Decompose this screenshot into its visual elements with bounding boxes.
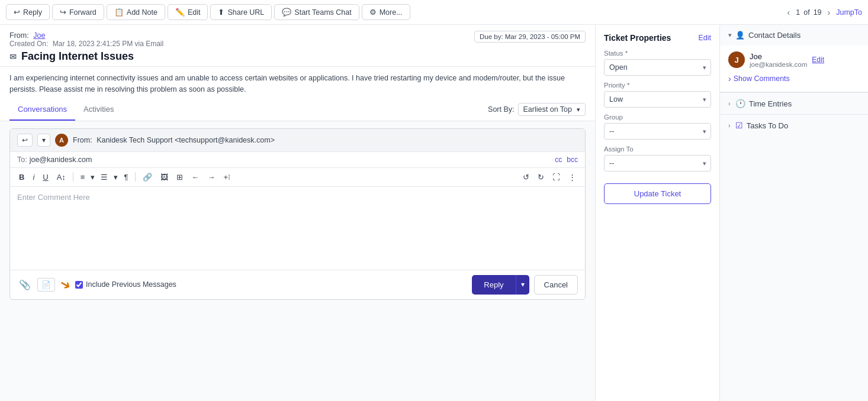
ticket-body-text: I am experiencing internet connectivity … bbox=[9, 74, 565, 93]
more-icon: ⚙ bbox=[369, 8, 377, 17]
fullscreen-button[interactable]: ⛶ bbox=[549, 171, 563, 183]
indent-right-button[interactable]: → bbox=[204, 171, 218, 183]
teams-icon: 💬 bbox=[282, 8, 291, 17]
created-date: Mar 18, 2023 2:41:25 PM via Email bbox=[53, 40, 163, 48]
sort-by-label: Sort By: bbox=[488, 105, 514, 114]
add-note-button[interactable]: 📋 Add Note bbox=[107, 4, 165, 20]
ticket-created: Created On: Mar 18, 2023 2:41:25 PM via … bbox=[9, 40, 163, 48]
status-select[interactable]: Open bbox=[604, 59, 711, 76]
edit-icon: ✏️ bbox=[175, 8, 185, 17]
more-format-button[interactable]: +⁝ bbox=[220, 171, 233, 183]
cancel-button[interactable]: Cancel bbox=[534, 275, 578, 295]
created-label: Created On: bbox=[9, 40, 48, 48]
ticket-from-row: From: Joe Created On: Mar 18, 2023 2:41:… bbox=[9, 31, 163, 48]
more-options-button[interactable]: ⋮ bbox=[565, 171, 579, 183]
start-teams-chat-button[interactable]: 💬 Start Teams Chat bbox=[274, 4, 359, 20]
editor-placeholder: Enter Comment Here bbox=[17, 193, 90, 202]
priority-select[interactable]: Low bbox=[604, 91, 711, 108]
update-ticket-button[interactable]: Update Ticket bbox=[604, 183, 711, 204]
reply-bottom-bar: 📎 📄 ➜ Include Previous Messages Reply ▾ … bbox=[10, 270, 585, 299]
sort-dropdown-icon: ▾ bbox=[577, 106, 580, 114]
group-label: Group bbox=[604, 114, 711, 121]
more-label: More... bbox=[380, 8, 403, 17]
more-button[interactable]: ⚙ More... bbox=[362, 4, 410, 20]
forward-icon: ↪ bbox=[60, 8, 66, 17]
undo-button[interactable]: ↺ bbox=[520, 171, 532, 183]
image-button[interactable]: 🖼 bbox=[157, 171, 171, 183]
indent-left-button[interactable]: ← bbox=[188, 171, 202, 183]
italic-button[interactable]: i bbox=[30, 171, 37, 183]
contact-icon: 👤 bbox=[735, 31, 745, 40]
contact-edit-link[interactable]: Edit bbox=[812, 56, 824, 64]
contact-details-chevron: ▾ bbox=[728, 31, 732, 39]
share-url-label: Share URL bbox=[227, 8, 264, 17]
link-button[interactable]: 🔗 bbox=[140, 171, 155, 183]
jump-to-label[interactable]: JumpTo bbox=[836, 8, 862, 17]
attach-other-button[interactable]: 📄 bbox=[37, 278, 55, 292]
text-size-button[interactable]: A↕ bbox=[54, 171, 69, 183]
right-panel: ▾ 👤 Contact Details J Joe joe@kanidesk.c… bbox=[720, 25, 868, 401]
time-entries-section[interactable]: › 🕐 Time Entries bbox=[720, 92, 868, 114]
ticket-title-text: Facing Internet Issues bbox=[21, 50, 134, 63]
unordered-list-dropdown[interactable]: ▾ bbox=[113, 171, 118, 183]
tab-conversations[interactable]: Conversations bbox=[9, 99, 75, 121]
bcc-button[interactable]: bcc bbox=[567, 156, 578, 164]
reply-avatar: A bbox=[55, 134, 68, 147]
top-toolbar: ↩ Reply ↪ Forward 📋 Add Note ✏️ Edit ⬆ S… bbox=[0, 0, 868, 25]
priority-select-wrapper: Low bbox=[604, 91, 711, 108]
to-value: joe@kanidesk.com bbox=[30, 156, 92, 164]
contact-avatar: J bbox=[728, 51, 745, 68]
checkbox-icon: ☑ bbox=[735, 121, 743, 130]
contact-info: Joe joe@kanidesk.com bbox=[750, 52, 807, 68]
tabs-row: Conversations Activities Sort By: Earlie… bbox=[0, 99, 595, 121]
table-button[interactable]: ⊞ bbox=[173, 171, 186, 183]
reply-dropdown-small-button[interactable]: ▾ bbox=[37, 134, 50, 147]
reply-send-dropdown-button[interactable]: ▾ bbox=[516, 275, 529, 295]
contact-details-title: Contact Details bbox=[748, 31, 860, 40]
bold-button[interactable]: B bbox=[16, 171, 27, 183]
nav-next-button[interactable]: › bbox=[825, 7, 833, 18]
include-previous-messages-toggle[interactable]: Include Previous Messages bbox=[75, 280, 176, 289]
ticket-title: ✉ Facing Internet Issues bbox=[9, 50, 586, 63]
edit-button[interactable]: ✏️ Edit bbox=[168, 4, 208, 20]
forward-button[interactable]: ↪ Forward bbox=[52, 4, 104, 20]
redo-button[interactable]: ↻ bbox=[535, 171, 547, 183]
include-checkbox-input[interactable] bbox=[75, 281, 83, 289]
clock-icon: 🕐 bbox=[735, 99, 745, 108]
cc-button[interactable]: cc bbox=[555, 156, 562, 164]
nav-prev-button[interactable]: ‹ bbox=[785, 7, 793, 18]
contact-email: joe@kanidesk.com bbox=[750, 61, 807, 68]
group-select-wrapper: -- bbox=[604, 123, 711, 140]
attach-file-button[interactable]: 📎 bbox=[17, 277, 33, 292]
status-select-wrapper: Open bbox=[604, 59, 711, 76]
from-name-link[interactable]: Joe bbox=[33, 31, 45, 40]
from-prefix: From: bbox=[73, 136, 92, 144]
from-label: From: bbox=[9, 31, 29, 40]
paragraph-button[interactable]: ¶ bbox=[121, 171, 131, 183]
to-label: To: bbox=[17, 156, 27, 164]
forward-label: Forward bbox=[69, 8, 97, 17]
main-layout: From: Joe Created On: Mar 18, 2023 2:41:… bbox=[0, 25, 868, 401]
unordered-list-button[interactable]: ☰ bbox=[98, 171, 111, 183]
ordered-list-dropdown[interactable]: ▾ bbox=[90, 171, 95, 183]
contact-details-header[interactable]: ▾ 👤 Contact Details bbox=[720, 25, 868, 46]
editor-right-controls: ↺ ↻ ⛶ ⋮ bbox=[520, 171, 579, 183]
reply-button[interactable]: ↩ Reply bbox=[6, 4, 50, 20]
ordered-list-button[interactable]: ≡ bbox=[78, 171, 88, 183]
reply-from-label: From: Kanidesk Tech Support <techsupport… bbox=[73, 136, 275, 144]
tab-activities[interactable]: Activities bbox=[75, 99, 122, 121]
reply-send-button[interactable]: Reply bbox=[472, 275, 515, 295]
share-url-button[interactable]: ⬆ Share URL bbox=[210, 4, 272, 20]
group-select[interactable]: -- bbox=[604, 123, 711, 140]
tasks-section[interactable]: › ☑ Tasks To Do bbox=[720, 114, 868, 136]
reply-back-button[interactable]: ↩ bbox=[17, 134, 33, 147]
sort-select[interactable]: Earliest on Top ▾ bbox=[518, 103, 586, 116]
panel-title-row: Ticket Properties Edit bbox=[604, 33, 711, 43]
show-comments-link[interactable]: Show Comments bbox=[728, 72, 860, 86]
sort-option: Earliest on Top bbox=[523, 105, 572, 114]
editor-content[interactable]: Enter Comment Here bbox=[10, 187, 585, 270]
underline-button[interactable]: U bbox=[40, 171, 51, 183]
conversation-area[interactable]: ↩ ▾ A From: Kanidesk Tech Support <techs… bbox=[0, 121, 595, 402]
ticket-properties-edit-link[interactable]: Edit bbox=[698, 34, 711, 42]
assign-to-select[interactable]: -- bbox=[604, 155, 711, 172]
